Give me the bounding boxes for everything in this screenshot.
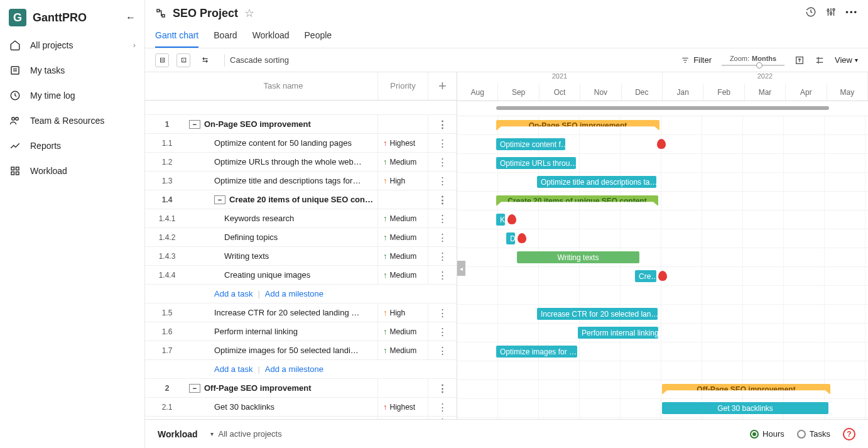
history-icon[interactable] bbox=[805, 6, 816, 18]
tab-board[interactable]: Board bbox=[214, 26, 237, 48]
row-menu-icon[interactable]: ⋮ bbox=[428, 341, 457, 359]
priority-cell[interactable]: ↑Medium bbox=[377, 209, 428, 227]
add-milestone-link[interactable]: Add a milestone bbox=[265, 364, 323, 374]
gantt-bar[interactable]: Optimize content f… bbox=[496, 138, 565, 150]
priority-cell[interactable] bbox=[377, 115, 428, 133]
tab-gantt[interactable]: Gantt chart bbox=[155, 26, 198, 48]
priority-cell[interactable]: ↑High bbox=[377, 417, 428, 419]
priority-cell[interactable]: ↑High bbox=[377, 303, 428, 322]
row-menu-icon[interactable]: ⋮ bbox=[428, 322, 457, 341]
footer-project-dropdown[interactable]: ▾All active projects bbox=[210, 429, 282, 439]
task-row[interactable]: 1.5Increase CTR for 20 selected landing … bbox=[145, 303, 457, 322]
row-menu-icon[interactable]: ⋮ bbox=[428, 228, 457, 246]
collapse-grid-icon[interactable]: ◂ bbox=[457, 261, 465, 276]
collapse-icon[interactable]: − bbox=[189, 120, 200, 129]
help-icon[interactable]: ? bbox=[843, 428, 855, 440]
priority-cell[interactable]: ↑Medium bbox=[377, 247, 428, 265]
priority-cell[interactable]: ↑Medium bbox=[377, 153, 428, 171]
add-milestone-link[interactable]: Add a milestone bbox=[265, 289, 323, 298]
gantt-bar[interactable]: Optimize images for … bbox=[496, 346, 577, 358]
star-icon[interactable]: ☆ bbox=[244, 6, 254, 20]
task-row[interactable]: 1.1Optimize content for 50 landing pages… bbox=[145, 134, 457, 153]
priority-cell[interactable]: ↑Medium bbox=[377, 228, 428, 246]
row-menu-icon[interactable]: ⋮ bbox=[428, 172, 457, 190]
nav-my-tasks[interactable]: My tasks bbox=[0, 58, 144, 83]
col-task-name[interactable]: Task name bbox=[189, 81, 377, 90]
radio-tasks[interactable]: Tasks bbox=[797, 429, 830, 439]
collapse-icon[interactable]: − bbox=[189, 384, 200, 393]
row-menu-icon[interactable]: ⋮ bbox=[428, 303, 457, 322]
task-group-row[interactable]: 1.4−Create 20 items of unique SEO cont…⋮ bbox=[145, 190, 457, 209]
view-button[interactable]: View▾ bbox=[835, 55, 858, 65]
filter-button[interactable]: Filter bbox=[681, 55, 712, 65]
baseline-icon[interactable] bbox=[815, 55, 825, 65]
gantt-bar[interactable]: Optimize URLs throu… bbox=[496, 157, 576, 169]
export-icon[interactable] bbox=[795, 55, 805, 65]
gantt-bar[interactable]: Create 20 items of unique SEO content bbox=[496, 195, 658, 206]
priority-cell[interactable]: ↑Highest bbox=[377, 398, 428, 416]
task-row[interactable]: 1.2Optimize URLs through the whole web…↑… bbox=[145, 153, 457, 172]
nav-reports[interactable]: Reports bbox=[0, 133, 144, 158]
gantt-bar[interactable]: Off-Page SEO improvement bbox=[662, 384, 830, 395]
zoom-slider[interactable] bbox=[722, 65, 784, 66]
settings-icon[interactable] bbox=[825, 6, 837, 18]
row-menu-icon[interactable]: ⋮ bbox=[428, 134, 457, 152]
tab-workload[interactable]: Workload bbox=[252, 26, 290, 48]
nav-workload[interactable]: Workload bbox=[0, 158, 144, 183]
gantt-bar[interactable]: Increase CTR for 20 selected lan… bbox=[537, 308, 658, 320]
priority-cell[interactable] bbox=[377, 190, 428, 209]
collapse-icon[interactable]: − bbox=[214, 195, 225, 204]
zoom-control[interactable]: Zoom: Months bbox=[722, 55, 784, 66]
row-menu-icon[interactable]: ⋮ bbox=[428, 190, 457, 209]
task-row[interactable]: 1.4.3Writing texts↑Medium⋮ bbox=[145, 247, 457, 266]
add-task-link[interactable]: Add a task bbox=[214, 289, 252, 298]
task-row[interactable]: 1.6Perform internal linking↑Medium⋮ bbox=[145, 322, 457, 341]
row-menu-icon[interactable]: ⋮ bbox=[428, 379, 457, 397]
gantt-bar[interactable]: Perform internal linking bbox=[578, 327, 658, 339]
cascade-sort-button[interactable]: Cascade sorting bbox=[230, 55, 289, 65]
priority-cell[interactable] bbox=[377, 379, 428, 397]
priority-cell[interactable]: ↑High bbox=[377, 172, 428, 190]
nav-all-projects[interactable]: All projects › bbox=[0, 33, 144, 58]
priority-cell[interactable]: ↑Medium bbox=[377, 341, 428, 359]
priority-cell[interactable]: ↑Medium bbox=[377, 322, 428, 341]
task-row[interactable]: 1.4.4Creating unique images↑Medium⋮ bbox=[145, 266, 457, 285]
radio-hours[interactable]: Hours bbox=[750, 429, 784, 439]
col-priority[interactable]: Priority bbox=[377, 72, 428, 100]
more-icon[interactable]: ••• bbox=[845, 8, 858, 17]
priority-cell[interactable]: ↑Highest bbox=[377, 134, 428, 152]
task-group-row[interactable]: 1−On-Page SEO improvement⋮ bbox=[145, 115, 457, 134]
row-menu-icon[interactable]: ⋮ bbox=[428, 153, 457, 171]
row-menu-icon[interactable]: ⋮ bbox=[428, 398, 457, 416]
task-group-row[interactable]: 2−Off-Page SEO improvement⋮ bbox=[145, 379, 457, 398]
add-column-button[interactable]: + bbox=[428, 72, 457, 100]
task-row[interactable]: 1.4.1Keywords research↑Medium⋮ bbox=[145, 209, 457, 228]
gantt-bar[interactable]: Get 30 backlinks bbox=[662, 402, 828, 414]
task-row[interactable]: 2.2Release 10 guest posts↑High⋮ bbox=[145, 417, 457, 419]
gantt-bar[interactable]: D bbox=[506, 232, 515, 244]
gantt-bar[interactable]: Writing texts bbox=[517, 251, 639, 263]
nav-team[interactable]: Team & Resources bbox=[0, 108, 144, 133]
row-menu-icon[interactable]: ⋮ bbox=[428, 115, 457, 133]
collapse-all-icon[interactable]: ⊟ bbox=[155, 53, 169, 67]
gantt-bar[interactable]: K bbox=[496, 214, 505, 226]
gantt-bar[interactable]: Optimize title and descriptions ta… bbox=[537, 176, 656, 188]
add-task-link[interactable]: Add a task bbox=[214, 364, 252, 374]
sort-tree-icon[interactable]: ⇆ bbox=[198, 53, 212, 67]
priority-cell[interactable]: ↑Medium bbox=[377, 266, 428, 284]
gantt-bar[interactable]: On-Page SEO improvement bbox=[496, 120, 659, 131]
row-menu-icon[interactable]: ⋮ bbox=[428, 266, 457, 284]
task-row[interactable]: 1.4.2Defining topics↑Medium⋮ bbox=[145, 228, 457, 247]
collapse-sidebar-icon[interactable]: ← bbox=[126, 12, 136, 23]
tab-people[interactable]: People bbox=[305, 26, 332, 48]
task-row[interactable]: 2.1Get 30 backlinks↑Highest⋮ bbox=[145, 398, 457, 417]
row-menu-icon[interactable]: ⋮ bbox=[428, 417, 457, 419]
expand-all-icon[interactable]: ⊡ bbox=[176, 53, 190, 67]
row-menu-icon[interactable]: ⋮ bbox=[428, 209, 457, 227]
timeline-scrollbar[interactable] bbox=[457, 101, 868, 116]
nav-my-time-log[interactable]: My time log bbox=[0, 83, 144, 108]
task-row[interactable]: 1.3Optimize title and descriptions tags … bbox=[145, 172, 457, 190]
task-row[interactable]: 1.7Optimize images for 50 selected landi… bbox=[145, 341, 457, 360]
gantt-bar[interactable]: Cre… bbox=[635, 270, 656, 282]
row-menu-icon[interactable]: ⋮ bbox=[428, 247, 457, 265]
